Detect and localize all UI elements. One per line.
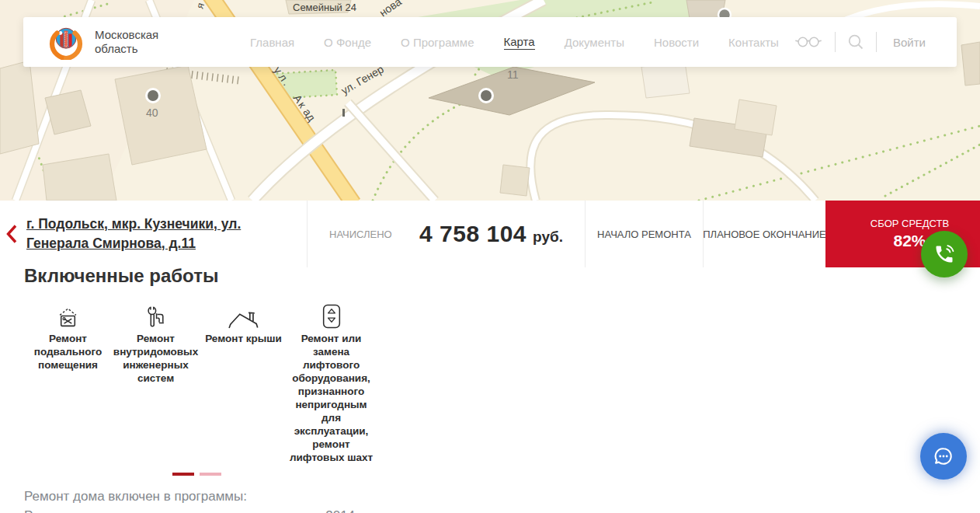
chat-widget-button[interactable] bbox=[920, 433, 967, 480]
menu-item-novosti[interactable]: Новости bbox=[654, 36, 699, 49]
works-pagination bbox=[172, 473, 221, 476]
pagination-bar-1[interactable] bbox=[172, 473, 194, 476]
work-item-basement: Ремонт подвального помещения bbox=[24, 302, 112, 464]
logo-title: Московская область bbox=[95, 28, 158, 56]
login-button[interactable]: Войти bbox=[888, 36, 926, 49]
map-placemark-40[interactable] bbox=[147, 89, 160, 103]
work-item-roof: Ремонт крыши bbox=[200, 302, 287, 464]
map-placemark-11[interactable] bbox=[480, 89, 493, 103]
phone-icon bbox=[933, 243, 955, 265]
house-info-bar: г. Подольск, мкр. Кузнечики, ул. Генерал… bbox=[0, 201, 980, 267]
programs-block: Ремонт дома включен в программы: Региона… bbox=[24, 487, 506, 513]
chat-bubble-icon bbox=[932, 445, 955, 468]
accessibility-glasses-icon[interactable] bbox=[794, 34, 823, 50]
menu-item-kontakty[interactable]: Контакты bbox=[728, 36, 779, 49]
work-item-engineering: Ремонт внутридомовых инженерных систем bbox=[112, 302, 200, 464]
program-line: Региональная программа капитального ремо… bbox=[24, 506, 506, 513]
search-icon[interactable] bbox=[847, 33, 864, 51]
engineering-systems-icon bbox=[145, 302, 166, 329]
collection-label: СБОР СРЕДСТВ bbox=[871, 218, 949, 229]
planned-end-label: ПЛАНОВОЕ ОКОНЧАНИЕ bbox=[703, 229, 825, 240]
map-sign-pole bbox=[342, 109, 345, 117]
accrued-label: НАЧИСЛЕНО bbox=[329, 229, 392, 240]
works-section-title: Включенные работы bbox=[24, 265, 218, 287]
accrued-cell: НАЧИСЛЕНО 4 758 104 руб. bbox=[307, 201, 585, 267]
menu-item-dokumenty[interactable]: Документы bbox=[565, 36, 624, 49]
work-label: Ремонт внутридомовых инженерных систем bbox=[112, 332, 200, 385]
work-item-elevator: Ремонт или замена лифтового оборудования… bbox=[287, 302, 375, 464]
menu-item-o-programme[interactable]: О Программе bbox=[401, 36, 474, 49]
address-cell: г. Подольск, мкр. Кузнечики, ул. Генерал… bbox=[0, 201, 307, 267]
map-label-house-40: 40 bbox=[146, 106, 158, 119]
phone-callback-button[interactable] bbox=[921, 231, 968, 277]
nav-divider bbox=[876, 32, 877, 52]
menu-item-o-fonde[interactable]: О Фонде bbox=[324, 36, 371, 49]
repair-start-label: НАЧАЛО РЕМОНТА bbox=[597, 229, 691, 240]
planned-end-cell: ПЛАНОВОЕ ОКОНЧАНИЕ bbox=[703, 201, 825, 267]
fund-logo[interactable]: Московская область bbox=[48, 24, 158, 60]
roof-repair-icon bbox=[228, 302, 260, 329]
house-address-link[interactable]: г. Подольск, мкр. Кузнечики, ул. Генерал… bbox=[26, 215, 278, 253]
programs-intro: Ремонт дома включен в программы: bbox=[24, 487, 506, 506]
pagination-bar-2[interactable] bbox=[200, 473, 221, 476]
menu-item-glavnaya[interactable]: Главная bbox=[250, 36, 294, 49]
nav-right-group: Войти bbox=[794, 17, 926, 67]
work-label: Ремонт подвального помещения bbox=[24, 332, 112, 372]
back-chevron-icon[interactable] bbox=[5, 224, 18, 247]
accrued-value: 4 758 104 bbox=[419, 221, 526, 247]
map-label-building: Семейный 24 bbox=[293, 2, 356, 13]
top-navigation: Московская область Главная О Фонде О Про… bbox=[23, 17, 957, 67]
work-label: Ремонт или замена лифтового оборудования… bbox=[287, 332, 375, 464]
fund-emblem-icon bbox=[48, 24, 84, 60]
work-label: Ремонт крыши bbox=[205, 332, 282, 345]
repair-start-cell: НАЧАЛО РЕМОНТА bbox=[585, 201, 703, 267]
accrued-currency: руб. bbox=[533, 229, 563, 246]
nav-divider bbox=[835, 32, 836, 52]
menu-item-karta[interactable]: Карта bbox=[504, 35, 535, 50]
main-menu: Главная О Фонде О Программе Карта Докуме… bbox=[250, 17, 779, 67]
works-list: Ремонт подвального помещения Ремонт внут… bbox=[24, 302, 375, 464]
basement-repair-icon bbox=[57, 302, 78, 329]
map-label-house-11: 11 bbox=[507, 68, 519, 81]
elevator-repair-icon bbox=[322, 302, 341, 329]
